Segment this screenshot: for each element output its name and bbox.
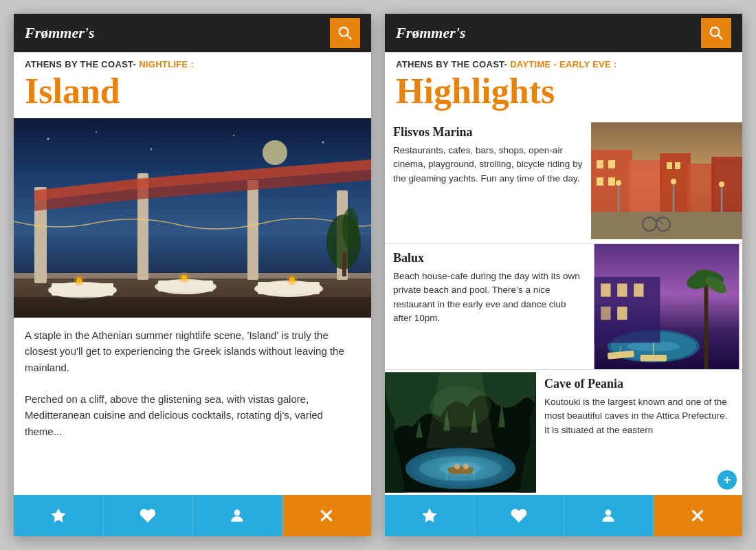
plus-button[interactable]: + <box>718 470 737 490</box>
svg-rect-19 <box>52 283 113 296</box>
svg-rect-47 <box>608 160 615 168</box>
svg-rect-51 <box>675 162 680 169</box>
heart-icon-left <box>139 507 157 525</box>
restaurant-scene <box>14 118 371 318</box>
header-left: Frømmer's <box>14 14 371 52</box>
text-para1-left: A staple in the Athenian summer nightlif… <box>25 327 360 375</box>
highlight-image-3 <box>385 370 536 495</box>
svg-line-39 <box>718 35 722 39</box>
person-button-left[interactable] <box>193 495 282 536</box>
highlight-desc-2: Beach house-cafe during the day with its… <box>393 270 583 325</box>
highlight-desc-1: Restaurants, cafes, bars, shops, open-ai… <box>393 144 583 186</box>
svg-rect-76 <box>601 307 610 320</box>
subtitle-left: ATHENS BY THE COAST- NIGHTLIFE : <box>14 52 371 71</box>
svg-point-6 <box>96 131 97 133</box>
svg-rect-33 <box>14 297 371 318</box>
svg-line-1 <box>347 35 351 39</box>
svg-rect-11 <box>14 273 371 278</box>
star-icon-left <box>49 507 67 525</box>
svg-point-35 <box>234 509 241 516</box>
svg-point-29 <box>287 274 298 285</box>
subtitle-highlight-left: NIGHTLIFE : <box>139 59 194 69</box>
balux-scene <box>591 244 742 369</box>
cave-scene <box>385 370 536 495</box>
heart-button-left[interactable] <box>103 495 192 536</box>
subtitle-plain-right: ATHENS BY THE COAST- <box>396 59 510 69</box>
svg-point-9 <box>322 142 324 144</box>
subtitle-plain-left: ATHENS BY THE COAST- <box>25 59 139 69</box>
highlight-row-1: Flisvos Marina Restaurants, cafes, bars,… <box>385 118 742 244</box>
svg-point-58 <box>719 182 724 187</box>
highlight-image-2 <box>591 244 742 369</box>
svg-point-56 <box>671 179 676 184</box>
svg-point-90 <box>454 464 460 470</box>
person-button-right[interactable] <box>564 495 654 536</box>
logo-left: Frømmer's <box>25 24 94 42</box>
text-para2-left: Perched on a cliff, above the glistening… <box>25 391 360 439</box>
svg-rect-73 <box>601 283 610 296</box>
highlight-text-2: Balux Beach house-cafe during the day wi… <box>385 244 591 369</box>
svg-point-31 <box>342 208 359 249</box>
person-icon-right <box>599 507 617 525</box>
page-title-right: Highlights <box>385 71 742 118</box>
heart-icon-right <box>510 507 528 525</box>
highlight-text-3: Cave of Peania Koutouki is the largest k… <box>536 370 742 495</box>
search-icon-left <box>337 25 353 41</box>
svg-point-3 <box>263 140 287 165</box>
close-button-right[interactable] <box>654 495 742 536</box>
svg-rect-48 <box>597 177 603 186</box>
svg-point-25 <box>74 275 85 286</box>
svg-rect-45 <box>711 157 742 212</box>
search-icon-right <box>709 25 724 41</box>
svg-point-94 <box>605 509 612 516</box>
toolbar-right <box>385 495 742 536</box>
svg-rect-14 <box>247 180 258 280</box>
page-title-left: Island <box>14 71 371 118</box>
svg-point-38 <box>711 28 720 36</box>
svg-point-5 <box>47 138 49 140</box>
highlight-title-1: Flisvos Marina <box>393 125 583 140</box>
search-button-right[interactable] <box>701 18 731 48</box>
svg-rect-49 <box>608 177 615 186</box>
highlights-grid: Flisvos Marina Restaurants, cafes, bars,… <box>385 118 742 495</box>
svg-rect-42 <box>629 160 663 212</box>
heart-button-right[interactable] <box>474 495 564 536</box>
article-text-left: A staple in the Athenian summer nightlif… <box>14 318 371 495</box>
logo-right: Frømmer's <box>396 24 465 42</box>
svg-rect-32 <box>342 252 346 276</box>
subtitle-right: ATHENS BY THE COAST- DAYTIME - EARLY EVE… <box>385 52 742 71</box>
star-button-right[interactable] <box>385 495 474 536</box>
highlight-title-3: Cave of Peania <box>544 377 734 391</box>
search-button-left[interactable] <box>330 18 360 48</box>
close-button-left[interactable] <box>282 495 371 536</box>
svg-rect-46 <box>597 160 603 168</box>
right-panel: Frømmer's ATHENS BY THE COAST- DAYTIME -… <box>385 14 742 536</box>
svg-rect-44 <box>687 164 715 212</box>
svg-point-92 <box>430 386 491 428</box>
svg-point-8 <box>233 135 234 136</box>
highlight-desc-3: Koutouki is the largest known and one of… <box>544 395 734 437</box>
person-icon-left <box>228 507 246 525</box>
svg-point-91 <box>463 464 469 470</box>
marina-scene <box>591 118 742 243</box>
highlight-text-1: Flisvos Marina Restaurants, cafes, bars,… <box>385 118 591 243</box>
highlight-row-3: Cave of Peania Koutouki is the largest k… <box>385 370 742 495</box>
svg-rect-4 <box>14 235 371 276</box>
svg-point-7 <box>151 148 153 151</box>
toolbar-left <box>14 495 371 536</box>
subtitle-highlight-right: DAYTIME - EARLY EVE : <box>510 59 616 69</box>
left-panel: Frømmer's ATHENS BY THE COAST- NIGHTLIFE… <box>14 14 371 536</box>
star-button-left[interactable] <box>14 495 103 536</box>
svg-rect-50 <box>667 162 672 169</box>
svg-point-0 <box>340 28 348 36</box>
svg-point-27 <box>179 272 190 283</box>
svg-point-54 <box>616 180 621 186</box>
svg-rect-75 <box>634 283 643 296</box>
svg-rect-52 <box>591 212 742 239</box>
highlight-image-1 <box>591 118 742 243</box>
highlight-row-2: Balux Beach house-cafe during the day wi… <box>385 244 742 370</box>
star-icon-right <box>421 507 438 525</box>
svg-rect-74 <box>617 283 627 296</box>
main-image-left <box>14 118 371 318</box>
header-right: Frømmer's <box>385 14 742 52</box>
